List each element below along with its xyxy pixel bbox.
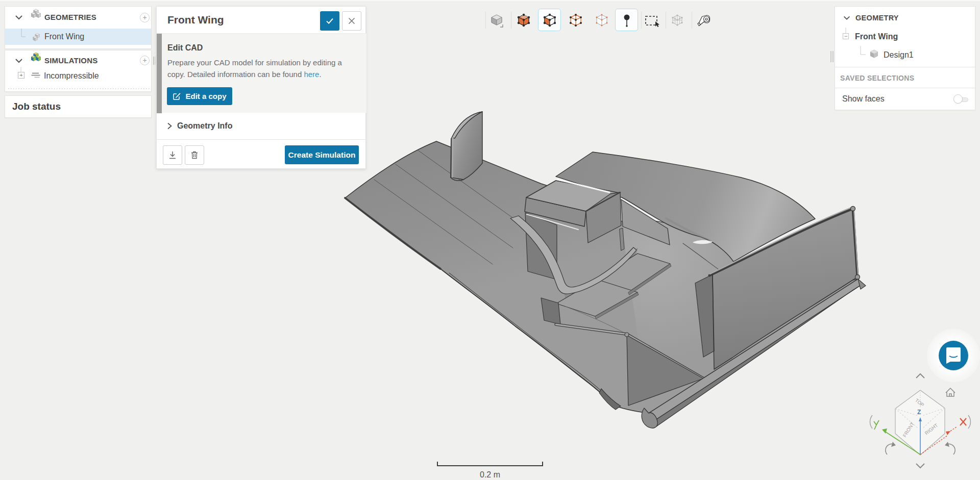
svg-text:Z: Z xyxy=(917,409,921,416)
svg-text:0.2 m: 0.2 m xyxy=(480,470,500,479)
